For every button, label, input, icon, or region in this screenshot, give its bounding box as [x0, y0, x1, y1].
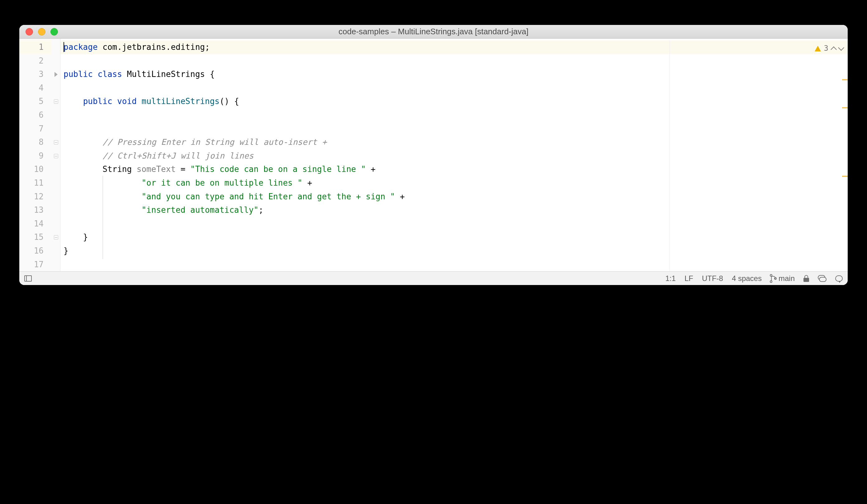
status-bar: 1:1 LF UTF-8 4 spaces main [19, 271, 848, 285]
line-number[interactable]: 13 [19, 203, 52, 217]
line-number[interactable]: 5 [19, 95, 52, 108]
close-window-button[interactable] [25, 28, 33, 35]
code-line[interactable]: package com.jetbrains.editing; [61, 41, 848, 54]
fold-collapse-icon[interactable] [54, 235, 58, 239]
indent-setting[interactable]: 4 spaces [732, 274, 762, 283]
code-line[interactable] [64, 122, 848, 136]
cursor-position[interactable]: 1:1 [665, 274, 676, 283]
code-line[interactable]: String someText = "This code can be on a… [64, 163, 848, 176]
code-line[interactable]: "or it can be on multiple lines " + [64, 176, 848, 190]
line-number-gutter[interactable]: 1 2 3 4 5 6 7 8 9 10 11 12 13 14 15 16 1… [19, 39, 52, 271]
tool-windows-toggle-icon[interactable] [24, 275, 32, 282]
code-line[interactable]: public class MultiLineStrings { [64, 67, 848, 81]
code-line[interactable] [64, 258, 848, 272]
code-line[interactable]: "inserted automatically"; [64, 203, 848, 217]
code-line[interactable]: } [64, 230, 848, 244]
line-separator[interactable]: LF [685, 274, 693, 283]
prev-highlight-button[interactable] [831, 46, 837, 53]
minimize-window-button[interactable] [38, 28, 45, 35]
line-number[interactable]: 7 [19, 122, 52, 136]
warning-marker[interactable] [842, 79, 848, 81]
code-line[interactable]: // Pressing Enter in String will auto-in… [64, 136, 848, 149]
line-number[interactable]: 8 [19, 136, 52, 149]
warning-icon [815, 46, 821, 51]
branch-icon [770, 275, 776, 282]
zoom-window-button[interactable] [51, 28, 58, 35]
window-controls [25, 28, 58, 35]
ide-window: code-samples – MultiLineStrings.java [st… [19, 25, 848, 285]
line-number[interactable]: 12 [19, 190, 52, 204]
code-line[interactable] [64, 108, 848, 122]
line-number[interactable]: 14 [19, 217, 52, 231]
line-number[interactable]: 6 [19, 108, 52, 122]
window-title: code-samples – MultiLineStrings.java [st… [339, 27, 528, 36]
readonly-lock-icon[interactable] [803, 275, 809, 282]
code-line[interactable] [64, 217, 848, 231]
code-area[interactable]: package com.jetbrains.editing; public cl… [61, 39, 848, 271]
warning-marker[interactable] [842, 107, 848, 108]
line-number[interactable]: 1 [19, 41, 52, 54]
fold-arrow-icon[interactable] [54, 72, 57, 77]
code-line[interactable]: } [64, 244, 848, 258]
inspection-widget[interactable]: 3 [815, 42, 843, 55]
right-margin-line [670, 41, 670, 271]
branch-name: main [779, 274, 795, 283]
line-number[interactable]: 9 [19, 149, 52, 163]
code-line[interactable]: public void multiLineStrings() { [64, 95, 848, 108]
fold-collapse-icon[interactable] [54, 140, 58, 144]
line-number[interactable]: 4 [19, 81, 52, 95]
file-encoding[interactable]: UTF-8 [702, 274, 723, 283]
code-line[interactable]: // Ctrl+Shift+J will join lines [64, 149, 848, 163]
git-branch-widget[interactable]: main [770, 274, 795, 283]
text-cursor [64, 42, 64, 52]
fold-collapse-icon[interactable] [54, 154, 58, 158]
warning-count: 3 [824, 42, 828, 55]
line-number[interactable]: 2 [19, 54, 52, 68]
line-number[interactable]: 17 [19, 258, 52, 272]
line-number[interactable]: 16 [19, 244, 52, 258]
code-line[interactable] [64, 54, 848, 68]
deploy-status-icon[interactable] [818, 275, 826, 282]
feedback-icon[interactable] [835, 275, 843, 282]
fold-collapse-icon[interactable] [54, 99, 58, 104]
fold-guide [103, 176, 103, 259]
line-number[interactable]: 15 [19, 230, 52, 244]
line-number[interactable]: 10 [19, 163, 52, 176]
titlebar[interactable]: code-samples – MultiLineStrings.java [st… [19, 25, 848, 39]
line-number[interactable]: 3 [19, 67, 52, 81]
line-number[interactable]: 11 [19, 176, 52, 190]
error-stripe[interactable] [842, 39, 848, 271]
warning-marker[interactable] [842, 176, 848, 177]
code-line[interactable] [64, 81, 848, 95]
editor: 1 2 3 4 5 6 7 8 9 10 11 12 13 14 15 16 1… [19, 39, 848, 271]
fold-gutter[interactable] [52, 39, 61, 271]
code-line[interactable]: "and you can type and hit Enter and get … [64, 190, 848, 204]
